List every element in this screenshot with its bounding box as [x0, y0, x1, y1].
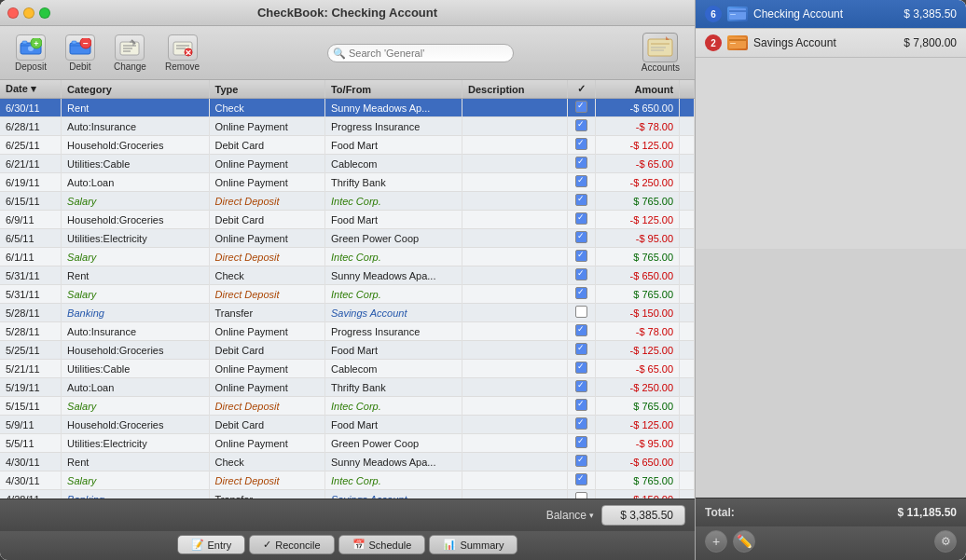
- table-row[interactable]: 6/28/11 Auto:Insurance Online Payment Pr…: [0, 117, 695, 136]
- checkbox[interactable]: [575, 157, 587, 169]
- table-row[interactable]: 5/31/11 Rent Check Sunny Meadows Apa... …: [0, 266, 695, 285]
- table-row[interactable]: 5/5/11 Utilities:Electricity Online Paym…: [0, 434, 695, 453]
- checkbox[interactable]: [575, 175, 587, 187]
- col-header-amount[interactable]: Amount: [595, 80, 680, 99]
- cell-check[interactable]: [568, 416, 595, 434]
- checkbox[interactable]: [575, 324, 587, 336]
- tab-entry[interactable]: 📝 Entry: [177, 535, 246, 554]
- col-header-category[interactable]: Category: [62, 80, 209, 99]
- cell-check[interactable]: [568, 434, 595, 453]
- checkbox[interactable]: [575, 287, 587, 299]
- table-row[interactable]: 5/25/11 Household:Groceries Debit Card F…: [0, 341, 695, 360]
- checkbox[interactable]: [575, 399, 587, 411]
- table-row[interactable]: 4/30/11 Rent Check Sunny Meadows Apa... …: [0, 453, 695, 471]
- transaction-table-container[interactable]: Date ▾ Category Type To/From Description…: [0, 80, 695, 499]
- checkbox[interactable]: [575, 492, 587, 499]
- table-row[interactable]: 6/15/11 Salary Direct Deposit Intec Corp…: [0, 192, 695, 211]
- deposit-button[interactable]: + Deposit: [7, 33, 54, 74]
- cell-date: 5/28/11: [0, 322, 62, 341]
- debit-button[interactable]: − Debit: [58, 33, 103, 74]
- checkbox[interactable]: [575, 380, 587, 392]
- table-row[interactable]: 5/21/11 Utilities:Cable Online Payment C…: [0, 360, 695, 378]
- cell-check[interactable]: [568, 155, 595, 173]
- cell-check[interactable]: [568, 341, 595, 360]
- table-row[interactable]: 6/30/11 Rent Check Sunny Meadows Ap... -…: [0, 99, 695, 117]
- checkbox[interactable]: [575, 101, 587, 113]
- col-header-date[interactable]: Date ▾: [0, 80, 62, 99]
- table-row[interactable]: 6/9/11 Household:Groceries Debit Card Fo…: [0, 211, 695, 229]
- change-button[interactable]: Change: [106, 33, 154, 74]
- table-row[interactable]: 5/31/11 Salary Direct Deposit Intec Corp…: [0, 285, 695, 304]
- checkbox[interactable]: [575, 119, 587, 131]
- cell-check[interactable]: [568, 248, 595, 266]
- change-icon: [115, 34, 145, 61]
- cell-check[interactable]: [568, 378, 595, 397]
- checkbox[interactable]: [575, 417, 587, 430]
- cell-check[interactable]: [568, 266, 595, 285]
- close-button[interactable]: [7, 7, 19, 19]
- checkbox[interactable]: [575, 250, 587, 262]
- cell-check[interactable]: [568, 285, 595, 304]
- checkbox[interactable]: [575, 473, 587, 485]
- cell-date: 4/28/11: [0, 490, 62, 499]
- search-input[interactable]: [327, 44, 514, 62]
- cell-description: [462, 322, 568, 341]
- cell-check[interactable]: [568, 322, 595, 341]
- cell-check[interactable]: [568, 117, 595, 136]
- checkbox[interactable]: [575, 138, 587, 150]
- cell-check[interactable]: [568, 360, 595, 378]
- checkbox[interactable]: [575, 455, 587, 467]
- tab-reconcile[interactable]: ✓ Reconcile: [249, 535, 334, 554]
- cell-check[interactable]: [568, 136, 595, 155]
- checkbox[interactable]: [575, 362, 587, 374]
- cell-check[interactable]: [568, 211, 595, 229]
- account-item-savings[interactable]: 2 Savings Account $ 7,800.00: [696, 29, 966, 58]
- table-row[interactable]: 6/25/11 Household:Groceries Debit Card F…: [0, 136, 695, 155]
- table-row[interactable]: 5/19/11 Auto:Loan Online Payment Thrifty…: [0, 378, 695, 397]
- table-row[interactable]: 6/19/11 Auto:Loan Online Payment Thrifty…: [0, 173, 695, 192]
- cell-check[interactable]: [568, 397, 595, 416]
- cell-scroll: [680, 285, 695, 304]
- cell-description: [462, 490, 568, 499]
- checkbox[interactable]: [575, 306, 587, 318]
- col-header-check[interactable]: ✓: [568, 80, 595, 99]
- col-header-type[interactable]: Type: [209, 80, 324, 99]
- account-item-checking[interactable]: 6 Checking Account $ 3,385.50: [696, 0, 966, 29]
- col-header-description[interactable]: Description: [462, 80, 568, 99]
- checkbox[interactable]: [575, 212, 587, 225]
- cell-check[interactable]: [568, 453, 595, 471]
- table-row[interactable]: 4/28/11 Banking Transfer Savings Account…: [0, 490, 695, 499]
- cell-check[interactable]: [568, 304, 595, 322]
- cell-check[interactable]: [568, 471, 595, 490]
- tab-schedule[interactable]: 📅 Schedule: [338, 535, 426, 554]
- col-header-tofrom[interactable]: To/From: [324, 80, 462, 99]
- settings-button[interactable]: ⚙: [934, 530, 957, 553]
- table-row[interactable]: 4/30/11 Salary Direct Deposit Intec Corp…: [0, 471, 695, 490]
- table-row[interactable]: 6/5/11 Utilities:Electricity Online Paym…: [0, 229, 695, 248]
- add-account-button[interactable]: +: [705, 530, 727, 553]
- checkbox[interactable]: [575, 231, 587, 243]
- checkbox[interactable]: [575, 268, 587, 280]
- checkbox[interactable]: [575, 436, 587, 448]
- tab-summary[interactable]: 📊 Summary: [429, 535, 518, 554]
- table-row[interactable]: 6/1/11 Salary Direct Deposit Intec Corp.…: [0, 248, 695, 266]
- edit-account-button[interactable]: ✏️: [733, 530, 755, 553]
- checkbox[interactable]: [575, 194, 587, 206]
- table-row[interactable]: 5/28/11 Auto:Insurance Online Payment Pr…: [0, 322, 695, 341]
- table-row[interactable]: 5/15/11 Salary Direct Deposit Intec Corp…: [0, 397, 695, 416]
- cell-check[interactable]: [568, 99, 595, 117]
- table-row[interactable]: 6/21/11 Utilities:Cable Online Payment C…: [0, 155, 695, 173]
- checkbox[interactable]: [575, 343, 587, 355]
- minimize-button[interactable]: [23, 7, 34, 19]
- accounts-button[interactable]: Accounts: [634, 31, 687, 75]
- cell-check[interactable]: [568, 173, 595, 192]
- cell-check[interactable]: [568, 490, 595, 499]
- table-row[interactable]: 5/9/11 Household:Groceries Debit Card Fo…: [0, 416, 695, 434]
- cell-check[interactable]: [568, 229, 595, 248]
- table-row[interactable]: 5/28/11 Banking Transfer Savings Account…: [0, 304, 695, 322]
- maximize-button[interactable]: [39, 7, 50, 19]
- cell-check[interactable]: [568, 192, 595, 211]
- svg-rect-26: [730, 14, 736, 15]
- cell-scroll: [680, 304, 695, 322]
- remove-button[interactable]: ✕ Remove: [158, 33, 207, 74]
